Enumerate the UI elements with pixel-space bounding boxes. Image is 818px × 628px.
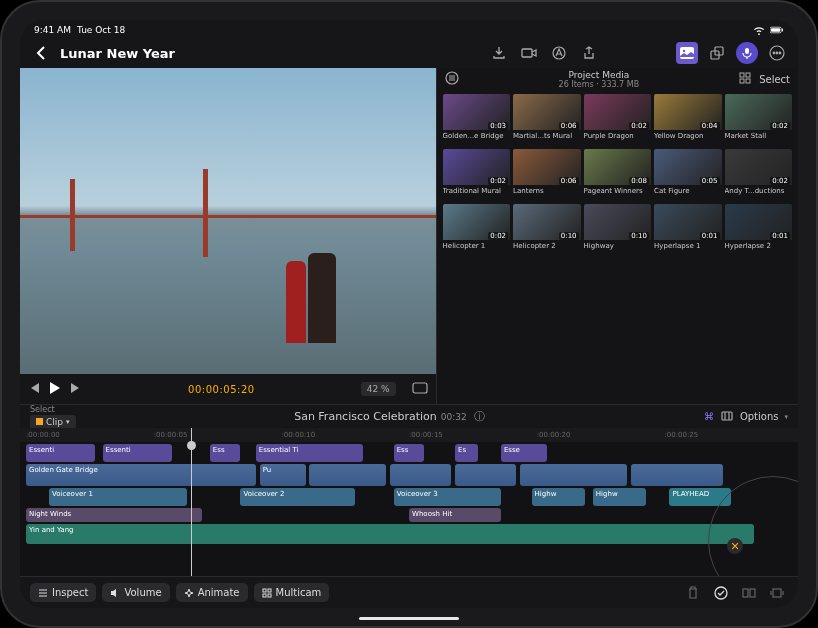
titles-track[interactable]: EssentiEssentiEssEssential TiEssEsEsse — [26, 444, 792, 462]
info-icon[interactable]: ⓘ — [474, 410, 485, 423]
viewer-panel: 00:00:05:20 42 % — [20, 68, 437, 404]
media-clip[interactable]: 0:03Golden...e Bridge — [443, 94, 510, 146]
enable-button[interactable] — [710, 586, 732, 600]
svg-rect-1 — [771, 28, 780, 32]
link-button[interactable]: ⌘ — [704, 411, 714, 422]
text-style-button[interactable] — [548, 42, 570, 64]
top-toolbar: Lunar New Year — [20, 38, 798, 68]
import-button[interactable] — [488, 42, 510, 64]
media-clip[interactable]: 0:01Hyperlapse 2 — [725, 204, 792, 256]
browser-menu-button[interactable] — [445, 71, 459, 87]
share-button[interactable] — [578, 42, 600, 64]
browser-title: Project Media — [559, 70, 640, 80]
svg-rect-23 — [263, 594, 266, 597]
status-bar: 9:41 AM Tue Oct 18 — [20, 20, 798, 38]
media-clip[interactable]: 0:02Purple Dragon — [584, 94, 651, 146]
video-clip[interactable]: Golden Gate Bridge — [26, 464, 256, 486]
svg-point-12 — [776, 52, 778, 54]
svg-rect-19 — [746, 79, 750, 83]
viewer-canvas[interactable] — [20, 68, 436, 374]
status-date: Tue Oct 18 — [77, 25, 125, 35]
title-clip[interactable]: Essential Ti — [256, 444, 363, 462]
snapping-button[interactable] — [720, 410, 734, 424]
title-clip[interactable]: Ess — [210, 444, 241, 462]
bottom-toolbar: Inspect Volume Animate Multicam — [20, 576, 798, 608]
grid-view-button[interactable] — [739, 72, 751, 86]
wifi-icon — [752, 25, 766, 35]
media-browser-button[interactable] — [676, 42, 698, 64]
browser-subtitle: 26 Items · 333.7 MB — [559, 80, 640, 89]
media-browser: Project Media 26 Items · 333.7 MB Select… — [437, 68, 798, 404]
media-clip[interactable]: 0:02Andy T...ductions — [725, 149, 792, 201]
voiceover-button[interactable] — [736, 42, 758, 64]
media-clip[interactable]: 0:08Pageant Winners — [584, 149, 651, 201]
next-frame-button[interactable] — [70, 383, 82, 395]
zoom-level[interactable]: 42 % — [361, 382, 396, 396]
title-clip[interactable]: Ess — [394, 444, 425, 462]
split-button[interactable] — [738, 587, 760, 599]
trim-button[interactable] — [766, 587, 788, 599]
svg-rect-18 — [740, 79, 744, 83]
project-title: Lunar New Year — [60, 46, 175, 61]
camera-button[interactable] — [518, 42, 540, 64]
primary-storyline[interactable]: Golden Gate Bridge Pu — [26, 464, 792, 486]
sfx-track[interactable]: Night Winds Whoosh Hit — [26, 508, 792, 522]
inspect-button[interactable]: Inspect — [30, 583, 96, 602]
animate-button[interactable]: Animate — [176, 583, 248, 602]
browser-select-button[interactable]: Select — [759, 74, 790, 85]
svg-rect-3 — [522, 49, 532, 57]
more-button[interactable] — [766, 42, 788, 64]
timeline-ruler[interactable]: :00:00:00:00:00:05:00:00:10:00:00:15:00:… — [20, 428, 798, 442]
svg-rect-9 — [745, 48, 749, 54]
play-button[interactable] — [50, 382, 60, 396]
svg-rect-27 — [750, 589, 755, 597]
timeline-select-label: Select — [30, 405, 76, 414]
svg-rect-20 — [722, 412, 732, 420]
svg-point-25 — [715, 587, 727, 599]
display-options-button[interactable] — [412, 382, 428, 396]
back-button[interactable] — [30, 42, 52, 64]
timeline-header: Select Clip▾ San Francisco Celebration00… — [20, 404, 798, 428]
media-clip[interactable]: 0:04Yellow Dragon — [654, 94, 721, 146]
media-clip[interactable]: 0:05Cat Figure — [654, 149, 721, 201]
music-track[interactable]: Yin and Yang — [26, 524, 792, 544]
svg-point-6 — [683, 50, 685, 52]
media-clip[interactable]: 0:02Market Stall — [725, 94, 792, 146]
options-button[interactable]: Options — [740, 411, 779, 422]
main-split: 00:00:05:20 42 % Project Media 26 Items … — [20, 68, 798, 404]
timecode-display[interactable]: 00:00:05:20 — [188, 384, 255, 395]
title-clip[interactable]: Essenti — [103, 444, 172, 462]
multicam-button[interactable]: Multicam — [254, 583, 330, 602]
battery-icon — [770, 25, 784, 35]
title-clip[interactable]: Es — [455, 444, 478, 462]
svg-point-13 — [779, 52, 781, 54]
prev-frame-button[interactable] — [28, 383, 40, 395]
media-clip[interactable]: 0:10Helicopter 2 — [513, 204, 580, 256]
title-clip[interactable]: Essenti — [26, 444, 95, 462]
svg-rect-28 — [773, 589, 781, 597]
content-library-button[interactable] — [706, 42, 728, 64]
media-clip[interactable]: 0:06Lanterns — [513, 149, 580, 201]
delete-button[interactable] — [682, 586, 704, 600]
media-clip[interactable]: 0:01Hyperlapse 1 — [654, 204, 721, 256]
transport-bar: 00:00:05:20 42 % — [20, 374, 436, 404]
connected-audio-track[interactable]: Voiceover 1 Voiceover 2 Voiceover 3 High… — [26, 488, 792, 506]
media-grid: 0:03Golden...e Bridge0:06Martial...ts Mu… — [437, 90, 798, 404]
media-clip[interactable]: 0:02Traditional Mural — [443, 149, 510, 201]
title-clip[interactable]: Esse — [501, 444, 547, 462]
svg-point-11 — [773, 52, 775, 54]
media-clip[interactable]: 0:02Helicopter 1 — [443, 204, 510, 256]
tool-selector[interactable]: Clip▾ — [30, 415, 76, 429]
playhead[interactable] — [191, 428, 192, 576]
media-clip[interactable]: 0:06Martial...ts Mural — [513, 94, 580, 146]
timeline-project-name: San Francisco Celebration00:32 ⓘ — [294, 409, 485, 424]
timeline[interactable]: :00:00:00:00:00:05:00:00:10:00:00:15:00:… — [20, 428, 798, 576]
media-clip[interactable]: 0:10Highway — [584, 204, 651, 256]
svg-rect-2 — [782, 29, 783, 32]
volume-button[interactable]: Volume — [102, 583, 169, 602]
screen: 9:41 AM Tue Oct 18 Lunar New Year 00:00:… — [20, 20, 798, 608]
svg-rect-26 — [743, 589, 748, 597]
status-time: 9:41 AM — [34, 25, 71, 35]
ipad-frame: 9:41 AM Tue Oct 18 Lunar New Year 00:00:… — [0, 0, 818, 628]
svg-rect-22 — [268, 589, 271, 592]
